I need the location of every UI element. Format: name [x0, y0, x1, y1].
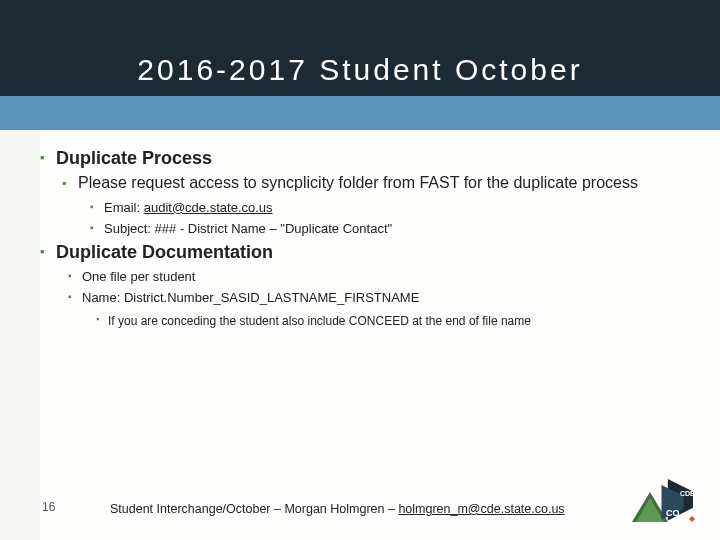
bullet-text: Please request access to syncplicity fol… [78, 174, 638, 191]
page-number: 16 [42, 500, 55, 514]
section-heading: Duplicate Documentation [56, 242, 273, 262]
sub-bullet-one-file: One file per student [68, 267, 696, 286]
section-duplicate-process: Duplicate Process Please request access … [40, 148, 696, 238]
sub-bullet-text: Name: District.Number_SASID_LASTNAME_FIR… [82, 290, 419, 305]
svg-text:CO: CO [666, 508, 680, 518]
footer-email-link[interactable]: holmgren_m@cde.state.co.us [398, 502, 564, 516]
svg-text:CDE: CDE [680, 490, 695, 497]
section-duplicate-documentation: Duplicate Documentation One file per stu… [40, 242, 696, 329]
title-band: 2016-2017 Student October [0, 0, 720, 130]
sub-bullet-text: Email: audit@cde.state.co.us [104, 200, 273, 215]
sub-sub-bullet-text: If you are conceding the student also in… [108, 314, 531, 328]
section-heading: Duplicate Process [56, 148, 212, 168]
slide-title: 2016-2017 Student October [137, 53, 582, 87]
email-link[interactable]: audit@cde.state.co.us [144, 200, 273, 215]
svg-marker-6 [689, 516, 695, 522]
cde-colorado-logo-icon: CDE CO [630, 476, 702, 530]
footer: 16 Student Interchange/October – Morgan … [0, 476, 720, 540]
sub-sub-bullet-conceed: If you are conceding the student also in… [96, 311, 696, 330]
bullet-item: Please request access to syncplicity fol… [62, 173, 696, 238]
sub-bullet-email: Email: audit@cde.state.co.us [90, 198, 696, 217]
sub-bullet-text: Subject: ### - District Name – "Duplicat… [104, 221, 392, 236]
footer-prefix: Student Interchange/October – Morgan Hol… [110, 502, 398, 516]
sub-bullet-text: One file per student [82, 269, 195, 284]
footer-text: Student Interchange/October – Morgan Hol… [110, 502, 565, 516]
sub-bullet-subject: Subject: ### - District Name – "Duplicat… [90, 219, 696, 238]
content-area: Duplicate Process Please request access … [40, 148, 696, 333]
email-prefix: Email: [104, 200, 144, 215]
slide: 2016-2017 Student October Duplicate Proc… [0, 0, 720, 540]
sub-bullet-name-format: Name: District.Number_SASID_LASTNAME_FIR… [68, 288, 696, 329]
